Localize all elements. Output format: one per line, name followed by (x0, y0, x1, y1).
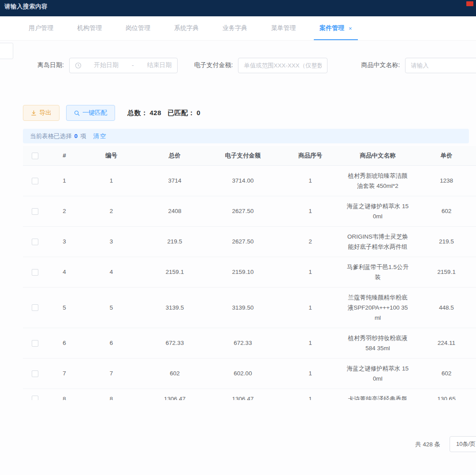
export-button[interactable]: 导出 (23, 105, 60, 121)
data-table-container: #编号总价电子支付金额商品序号商品中文名称单价 1137143714.001植村… (23, 146, 476, 400)
selection-suffix: 项 (80, 132, 86, 140)
cases-table: #编号总价电子支付金额商品序号商品中文名称单价 1137143714.001植村… (23, 146, 476, 400)
selection-info-bar: 当前表格已选择 0 项 清空 (23, 129, 469, 143)
tab-system-dict[interactable]: 系统字典 (162, 16, 211, 40)
select-all-checkbox[interactable] (32, 153, 38, 159)
cell-index: 6 (47, 328, 82, 358)
cell-total-price: 602 (141, 358, 209, 389)
cell-unit-price: 1238 (412, 165, 476, 196)
match-stats: 总数：428已匹配：0 (127, 109, 207, 117)
cell-unit-price: 602 (412, 196, 476, 226)
epay-amount-input[interactable] (238, 58, 327, 73)
cell-code: 8 (82, 389, 141, 400)
row-select-cell (23, 287, 47, 328)
table-body: 1137143714.001植村秀新琥珀臻萃洁颜油套装 450ml*212382… (23, 165, 476, 400)
tab-close-icon[interactable]: × (349, 25, 352, 32)
cell-epay-amount: 3714.00 (209, 165, 277, 196)
cell-item-seq: 1 (277, 257, 344, 287)
cell-code: 3 (82, 226, 141, 257)
download-icon (31, 110, 37, 116)
tab-label: 案件管理 (320, 24, 344, 32)
end-date-placeholder[interactable]: 结束日期 (147, 61, 172, 69)
table-row: 2224082627.501海蓝之谜修护精萃水 150ml602 (23, 196, 476, 226)
tab-business-dict[interactable]: 业务字典 (211, 16, 259, 40)
row-checkbox[interactable] (32, 208, 38, 215)
row-select-cell (23, 328, 47, 358)
row-checkbox[interactable] (32, 370, 38, 377)
global-search-input[interactable]: 请输入搜索内容 (0, 0, 48, 11)
cell-index: 1 (47, 165, 82, 196)
cell-unit-price: 130.65 (412, 389, 476, 400)
tab-label: 菜单管理 (271, 24, 296, 32)
page-size-select[interactable]: 10条/页 (450, 436, 476, 452)
clear-selection-link[interactable]: 清空 (93, 132, 107, 140)
search-icon (74, 110, 80, 116)
one-click-match-button[interactable]: 一键匹配 (66, 105, 115, 121)
table-row: 66672.33672.331植村秀羽纱持妆粉底液584 35ml224.11 (23, 328, 476, 358)
row-checkbox[interactable] (32, 239, 38, 245)
depart-date-label: 离岛日期: (37, 61, 64, 69)
row-select-cell (23, 165, 47, 196)
cropped-side-panel (0, 43, 13, 59)
cell-code: 2 (82, 196, 141, 226)
cell-item-seq: 1 (277, 358, 344, 389)
column-header-item-seq: 商品序号 (277, 146, 344, 165)
cell-item-seq: 1 (277, 389, 344, 400)
table-row: 1137143714.001植村秀新琥珀臻萃洁颜油套装 450ml*21238 (23, 165, 476, 196)
page-size-value: 10条/页 (456, 440, 476, 448)
table-row: 77602602.001海蓝之谜修护精萃水 150ml602 (23, 358, 476, 389)
filter-bar: 离岛日期: 开始日期 - 结束日期 电子支付金额: 商品中文名称: (37, 57, 476, 73)
row-checkbox[interactable] (32, 269, 38, 276)
pagination-total: 共 428 条 (415, 441, 440, 449)
cell-epay-amount: 1306.47 (209, 389, 277, 400)
cell-total-price: 219.5 (141, 226, 209, 257)
cell-index: 5 (47, 287, 82, 328)
cell-epay-amount: 602.00 (209, 358, 277, 389)
tab-cases[interactable]: 案件管理× (308, 16, 364, 40)
column-header-unit-price: 单价 (412, 146, 476, 165)
product-name-input[interactable] (405, 58, 476, 73)
start-date-placeholder[interactable]: 开始日期 (94, 61, 119, 69)
cell-unit-price: 224.11 (412, 328, 476, 358)
cell-total-price: 2408 (141, 196, 209, 226)
row-select-cell (23, 358, 47, 389)
row-checkbox[interactable] (32, 340, 38, 347)
table-row: 881306.471306.471卡诗菁纯亮泽经典香氛130.65 (23, 389, 476, 400)
tab-label: 机构管理 (77, 24, 102, 32)
cell-total-price: 1306.47 (141, 389, 209, 400)
product-name-label: 商品中文名称: (361, 61, 400, 69)
cell-code: 6 (82, 328, 141, 358)
table-row: 442159.12159.101马爹利蓝带干邑1.5公升装2159.1 (23, 257, 476, 287)
cell-epay-amount: 2159.10 (209, 257, 277, 287)
cell-epay-amount: 2627.50 (209, 226, 277, 257)
row-checkbox[interactable] (32, 304, 38, 311)
cell-product-name: 植村秀新琥珀臻萃洁颜油套装 450ml*2 (344, 165, 412, 196)
cell-code: 7 (82, 358, 141, 389)
tab-menus[interactable]: 菜单管理 (259, 16, 308, 40)
depart-date-range-picker[interactable]: 开始日期 - 结束日期 (69, 58, 178, 73)
row-select-cell (23, 226, 47, 257)
row-checkbox[interactable] (32, 396, 38, 400)
tab-positions[interactable]: 岗位管理 (114, 16, 162, 40)
tab-label: 系统字典 (174, 24, 199, 32)
cell-product-name: 海蓝之谜修护精萃水 150ml (344, 358, 412, 389)
tab-users[interactable]: 用户管理 (17, 16, 65, 40)
tab-label: 岗位管理 (126, 24, 150, 32)
cell-item-seq: 1 (277, 287, 344, 328)
cell-unit-price: 602 (412, 358, 476, 389)
selection-prefix: 当前表格已选择 (30, 132, 72, 140)
cell-unit-price: 448.5 (412, 287, 476, 328)
column-header-epay-amount: 电子支付金额 (209, 146, 277, 165)
cell-epay-amount: 2627.50 (209, 196, 277, 226)
cell-unit-price: 219.5 (412, 226, 476, 257)
cell-total-price: 3139.5 (141, 287, 209, 328)
select-all-header-cell (23, 146, 47, 165)
column-header-index: # (47, 146, 82, 165)
column-header-product-name: 商品中文名称 (344, 146, 412, 165)
cell-code: 5 (82, 287, 141, 328)
tab-orgs[interactable]: 机构管理 (65, 16, 114, 40)
cell-item-seq: 1 (277, 328, 344, 358)
pagination-bar: 共 428 条 10条/页 (0, 436, 476, 453)
row-select-cell (23, 389, 47, 400)
row-checkbox[interactable] (32, 178, 38, 184)
